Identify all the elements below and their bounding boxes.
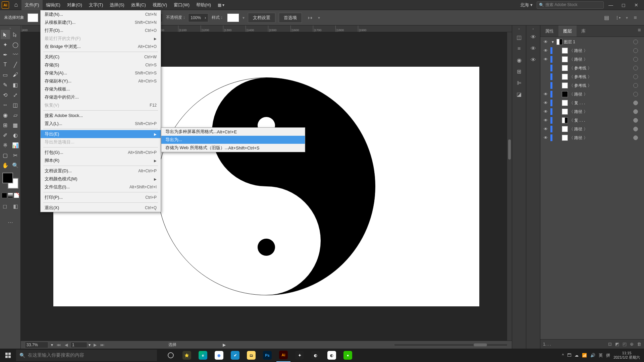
free-transform-tool-icon[interactable]: ◫	[11, 100, 20, 110]
menu-item[interactable]: 导出所选项目...	[41, 138, 161, 146]
eye-panel-icon[interactable]: 👁	[529, 33, 538, 42]
menu-item[interactable]: 存储为(A)...Shift+Ctrl+S	[41, 69, 161, 77]
menu-item[interactable]: 存储为模板...	[41, 85, 161, 93]
menu-icon[interactable]: ≡	[631, 13, 640, 22]
layer-row[interactable]: 👁〈 路径 〉	[540, 107, 644, 116]
zoom-chevron-icon[interactable]: ▾	[51, 343, 53, 347]
visibility-icon[interactable]: 👁	[542, 101, 549, 105]
layer-row[interactable]: 〈 参考线 〉	[540, 64, 644, 72]
visibility-icon[interactable]: 👁	[542, 135, 549, 140]
new-layer-icon[interactable]: ⊕	[630, 342, 634, 347]
photoshop-icon[interactable]: Ps	[260, 349, 274, 362]
target-icon[interactable]	[633, 127, 638, 131]
menu-item[interactable]: 打印(P)...Ctrl+P	[41, 193, 161, 201]
app-circle-icon[interactable]: ◐	[325, 349, 339, 362]
pathfinder-icon[interactable]: ◪	[515, 89, 524, 99]
gradient-tool-icon[interactable]: ▦	[11, 120, 20, 130]
menu-item[interactable]: 导出(E)▶	[41, 130, 161, 138]
style-swatch[interactable]	[227, 13, 239, 22]
resolve-icon[interactable]: ✦	[292, 349, 307, 362]
search-adobe-stock[interactable]: 🔍搜索 Adobe Stock	[537, 1, 604, 9]
layer-row[interactable]: 〈 参考线 〉	[540, 72, 644, 81]
artboard-tool-icon[interactable]: ▢	[1, 150, 10, 160]
target-icon[interactable]	[633, 40, 638, 44]
menu-file[interactable]: 文件(F)	[21, 0, 43, 10]
submenu-item[interactable]: 导出为...	[161, 136, 305, 144]
target-icon[interactable]	[633, 48, 638, 53]
eye-panel3-icon[interactable]: 👁	[529, 55, 538, 65]
target-icon[interactable]	[633, 118, 638, 123]
edit-toolbar-icon[interactable]: ⋯	[6, 218, 15, 227]
opacity-input[interactable]: 100%›	[188, 13, 208, 22]
prev-artboard-icon[interactable]: ◀	[63, 342, 69, 348]
fill-swatch[interactable]	[28, 13, 38, 22]
cloud-icon[interactable]: ☁	[575, 353, 579, 358]
menu-item[interactable]: 脚本(R)▶	[41, 157, 161, 165]
layer-top[interactable]: 👁 ▾ 图层 1	[540, 38, 644, 46]
grid-icon[interactable]: ▤	[602, 13, 611, 22]
rotate-tool-icon[interactable]: ⟲	[1, 90, 10, 100]
edge-icon[interactable]: e	[196, 349, 210, 362]
target-icon[interactable]	[633, 101, 638, 105]
eraser-tool-icon[interactable]: ◧	[11, 80, 20, 89]
menu-select[interactable]: 选择(S)	[106, 0, 127, 10]
menu-item[interactable]: 退出(X)Ctrl+Q	[41, 204, 161, 212]
scrollbar-vertical[interactable]	[507, 32, 512, 341]
type-tool-icon[interactable]: T	[1, 60, 10, 69]
fill-stroke-swatches[interactable]	[2, 173, 18, 189]
document-setup-button[interactable]: 文档设置	[248, 13, 275, 23]
ime-lang[interactable]: 英	[599, 353, 603, 358]
tab-libraries[interactable]: 库	[577, 25, 590, 37]
twirl-icon[interactable]: ▾	[550, 40, 555, 44]
menu-item[interactable]: 打开(O)...Ctrl+O	[41, 26, 161, 35]
blend-tool-icon[interactable]: ◐	[11, 130, 20, 140]
visibility-icon[interactable]: 👁	[542, 40, 549, 44]
last-artboard-icon[interactable]: ⏭	[99, 342, 105, 348]
snap-icon[interactable]: ⫶▸	[614, 13, 623, 22]
layer-row[interactable]: 👁〈 路径 〉	[540, 125, 644, 133]
change-screen-icon[interactable]: ◧	[11, 201, 20, 211]
menu-item[interactable]: 置入(L)...Shift+Ctrl+P	[41, 120, 161, 128]
menu-type[interactable]: 文字(T)	[86, 0, 107, 10]
direct-selection-tool-icon[interactable]	[11, 30, 20, 39]
align-panel-icon[interactable]: ⊫	[515, 78, 524, 87]
target-icon[interactable]	[633, 92, 638, 97]
lasso-tool-icon[interactable]: ◯	[11, 40, 20, 49]
start-button[interactable]	[0, 349, 16, 362]
layer-row[interactable]: 👁〈 复 . . .	[540, 99, 644, 107]
appearance-icon[interactable]: ◉	[515, 55, 524, 65]
menu-edit[interactable]: 编辑(E)	[43, 0, 64, 10]
home-icon[interactable]: ⌂	[11, 0, 21, 10]
menu-item[interactable]: 从模板新建(T)...Shift+Ctrl+N	[41, 18, 161, 26]
arrange-icon[interactable]: ▦ ▾	[214, 2, 228, 8]
menu-item[interactable]: 恢复(V)F12	[41, 101, 161, 109]
minimize-icon[interactable]: —	[605, 1, 616, 9]
wifi-icon[interactable]: 📶	[582, 353, 587, 358]
menu-item[interactable]: 文档颜色模式(M)▶	[41, 175, 161, 183]
first-artboard-icon[interactable]: ⏮	[56, 342, 62, 348]
c4d-icon[interactable]: ◐	[309, 349, 323, 362]
menu-item[interactable]: 存储选中的切片...	[41, 93, 161, 101]
wechat-icon[interactable]: ●	[341, 349, 355, 362]
symbol-sprayer-tool-icon[interactable]: ※	[1, 140, 10, 150]
new-sublayer-icon[interactable]: ◰	[623, 342, 627, 347]
graph-tool-icon[interactable]: 📊	[11, 140, 20, 150]
menu-view[interactable]: 视图(V)	[149, 0, 170, 10]
layer-row[interactable]: 👁〈 复 . . .	[540, 116, 644, 125]
illustrator-icon[interactable]: Ai	[276, 349, 290, 362]
menu-item[interactable]: 打包(G)...Alt+Shift+Ctrl+P	[41, 148, 161, 157]
clip-mask-icon[interactable]: ◩	[615, 342, 619, 347]
workspace-switcher[interactable]: 北海▾	[518, 2, 535, 8]
play-icon[interactable]: ▶	[223, 343, 226, 347]
visibility-icon[interactable]: 👁	[542, 118, 549, 123]
tray-chevron-icon[interactable]: ^	[562, 353, 564, 358]
menu-item[interactable]: 新建(N)...Ctrl+N	[41, 10, 161, 18]
tab-layers[interactable]: 图层	[558, 25, 577, 37]
layer-row[interactable]: 👁〈 路径 〉	[540, 90, 644, 99]
visibility-icon[interactable]: 👁	[542, 127, 549, 131]
target-icon[interactable]	[633, 66, 638, 70]
eyedropper-tool-icon[interactable]: ✐	[1, 130, 10, 140]
menu-effect[interactable]: 效果(C)	[128, 0, 149, 10]
layer-row[interactable]: 👁〈 路径 〉	[540, 133, 644, 142]
rectangle-tool-icon[interactable]: ▭	[1, 70, 10, 79]
